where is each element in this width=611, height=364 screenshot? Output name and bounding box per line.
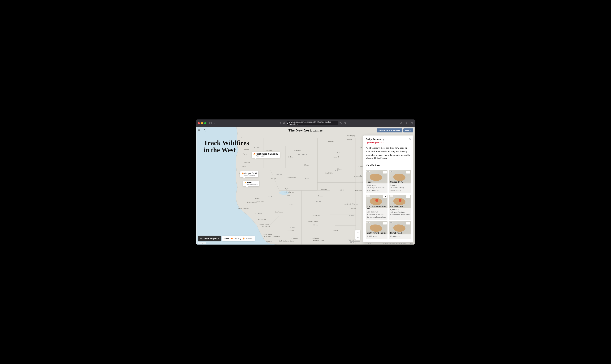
city-dot: [350, 208, 350, 209]
state-label: OKLA.: [349, 214, 356, 216]
city-label: Phoenix: [288, 229, 294, 231]
fire-icon: 🔥: [253, 153, 255, 155]
shield-icon[interactable]: [278, 122, 281, 125]
city-label: Carson City: [256, 200, 264, 202]
state-label: ARIZ.: [291, 226, 296, 228]
zoom-out-button[interactable]: −: [355, 235, 360, 240]
url-bar[interactable]: www.nytimes.com/interactive/2022/us/fire…: [287, 121, 338, 125]
city-label: Ensenada: [265, 240, 272, 242]
city-label: Sacramento: [248, 201, 257, 203]
panel-title: Daily Summary: [366, 138, 411, 141]
city-dot: [238, 208, 239, 209]
tabs-icon[interactable]: [410, 122, 413, 125]
city-label: San Francisco: [239, 208, 250, 209]
translate-icon[interactable]: [339, 122, 342, 125]
subscribe-button[interactable]: SUBSCRIBE FOR $1/WEEK: [377, 129, 402, 132]
thumb-scale: 3 MI: [390, 195, 393, 197]
close-icon[interactable]: [408, 137, 411, 140]
city-label: Reno: [256, 197, 260, 199]
hamburger-icon[interactable]: [198, 129, 201, 132]
summary-panel: Daily Summary Updated September 5 As of …: [363, 135, 413, 242]
sidebar-toggle-icon[interactable]: [209, 122, 212, 125]
card-contain: Containment unavailable: [367, 216, 386, 218]
svg-rect-0: [210, 122, 212, 124]
text-size-icon[interactable]: AA: [282, 122, 285, 125]
city-dot: [241, 166, 241, 167]
forward-icon[interactable]: [222, 122, 225, 125]
fire-callout[interactable]: 🔥Cougar Cr. #1Active 12 days: [240, 171, 258, 177]
map-legend: Show air quality Fires 🔥 Burning 🔥 Burne…: [198, 236, 255, 241]
city-label: Sioux Falls: [354, 175, 362, 177]
burned-label: Burned: [246, 237, 252, 240]
fire-callout[interactable]: 🔥Fort Simcoe & Ethier RDActive 1 days: [252, 152, 280, 158]
new-tab-icon[interactable]: [405, 122, 408, 125]
fire-icon: 🔥: [242, 172, 244, 174]
thumb-scale: 3 MI: [366, 171, 370, 172]
air-quality-toggle[interactable]: Show air quality: [198, 236, 221, 241]
notable-fires-heading: Notable Fires: [366, 164, 411, 168]
state-label: CALIF.: [255, 212, 262, 214]
reload-icon[interactable]: [343, 122, 346, 125]
svg-point-16: [204, 130, 205, 131]
lock-icon: [287, 122, 288, 124]
search-icon[interactable]: [203, 129, 206, 132]
city-label: Portland: [244, 162, 250, 163]
city-label: Salt Lake City: [284, 191, 294, 193]
site-header: The New York Times SUBSCRIBE FOR $1/WEEK…: [196, 127, 415, 134]
state-label: MONTANA: [298, 153, 308, 155]
city-dot: [312, 216, 313, 216]
thumb-scale: 5 MI: [366, 222, 370, 223]
map-attribution[interactable]: © Mapbox © OpenStreetMap Improve this ma…: [383, 242, 413, 244]
fire-card[interactable]: 3 MI Head 6,900 acres No change in past …: [366, 170, 387, 193]
city-label: Tucson: [292, 237, 298, 239]
card-acres: 5,900 acres: [390, 184, 410, 187]
share-icon[interactable]: [400, 122, 403, 125]
city-dot: [284, 189, 284, 189]
window-controls[interactable]: [198, 122, 206, 124]
mini-state-icon: [383, 171, 387, 173]
thumb-scale: 5 MI: [390, 222, 393, 223]
fire-card[interactable]: 3 MI Airplane Lake 5,000 acres +40 acres…: [389, 195, 411, 220]
card-name: Newell Road: [389, 232, 411, 234]
masthead-logo[interactable]: The New York Times: [288, 128, 323, 132]
card-name: Airplane Lake: [389, 205, 411, 208]
back-icon[interactable]: [217, 122, 220, 125]
city-label: Mexicali: [274, 235, 280, 237]
fire-icon: 🔸: [245, 182, 247, 184]
hotspot-icon: [375, 199, 378, 202]
zoom-control: + −: [355, 230, 360, 240]
mini-state-icon: [406, 222, 410, 224]
card-name: Head: [366, 181, 387, 183]
fire-card[interactable]: 2 MI Fort Simcoe & Ethier RD Size unknow…: [366, 195, 387, 220]
card-acres: 5,000 acres: [390, 208, 410, 211]
city-dot: [353, 176, 354, 176]
login-button[interactable]: LOG IN: [403, 129, 413, 132]
hotspot-icon: [399, 199, 401, 202]
callout-name: Cougar Cr. #1: [244, 172, 257, 174]
city-dot: [287, 230, 287, 230]
fire-callout[interactable]: 🔸HeadActive 14 days: [243, 181, 259, 186]
fire-card[interactable]: 5 MI Smith River Complex 81,000 acres: [366, 221, 387, 239]
burning-icon: 🔥: [231, 237, 233, 240]
chevron-down-icon[interactable]: [213, 122, 216, 125]
city-label: Rapid City: [325, 172, 333, 174]
city-label: Great Falls: [293, 150, 301, 152]
zoom-in-button[interactable]: +: [355, 230, 360, 235]
city-dot: [273, 236, 273, 237]
city-dot: [347, 135, 348, 136]
city-dot: [336, 169, 337, 169]
city-dot: [274, 212, 275, 212]
city-label: Albuquerque: [309, 221, 318, 222]
city-dot: [327, 141, 327, 142]
city-label: Vancouver: [241, 137, 249, 139]
fire-card[interactable]: 5 MI Newell Road 61,000 acres: [389, 221, 411, 239]
city-dot: [285, 195, 285, 195]
mapbox-logo[interactable]: ⓘ mapbox: [198, 242, 206, 244]
city-label: Santa Clarita: [260, 224, 269, 225]
state-label: WASH.: [254, 147, 261, 149]
fire-card[interactable]: 3 MI Cougar Cr. #1 5,900 acres +8 acres/…: [389, 170, 411, 193]
panel-updated: Updated September 5: [366, 142, 411, 144]
city-dot: [292, 150, 292, 151]
city-dot: [291, 238, 292, 238]
city-label: Helena: [288, 156, 293, 158]
